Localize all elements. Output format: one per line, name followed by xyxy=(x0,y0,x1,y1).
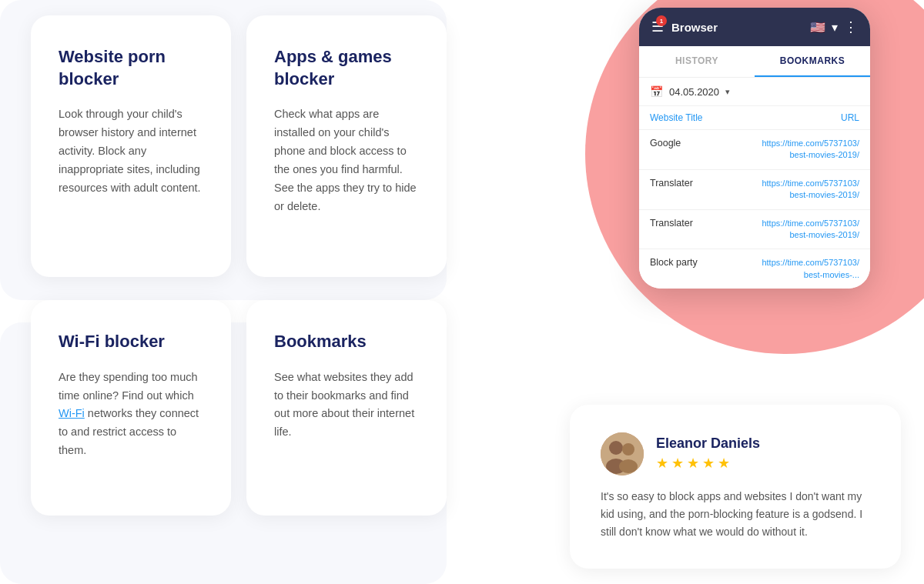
table-header: Website Title URL xyxy=(639,106,870,129)
card-wifi-description: Are they spending too much time online? … xyxy=(59,369,203,461)
card-bookmarks: Bookmarks See what websites they add to … xyxy=(246,300,447,516)
url-google: https://time.com/5737103/best-movies-201… xyxy=(745,138,859,162)
date-text: 04.05.2020 xyxy=(669,86,719,98)
page-wrapper: Website porn blocker Look through your c… xyxy=(0,0,924,584)
table-row: Translater https://time.com/5737103/best… xyxy=(639,209,870,249)
phone-header: ☰ 1 Browser 🇺🇸 ▾ ⋮ xyxy=(639,8,870,46)
phone-header-right: 🇺🇸 ▾ ⋮ xyxy=(810,18,858,35)
browser-title: Browser xyxy=(671,21,718,34)
url-translater-1: https://time.com/5737103/best-movies-201… xyxy=(745,178,859,202)
svg-point-3 xyxy=(622,443,634,456)
col-url: URL xyxy=(841,112,859,123)
tab-history[interactable]: HISTORY xyxy=(639,46,755,77)
star-3: ★ xyxy=(687,455,699,472)
dropdown-arrow-icon[interactable]: ▾ xyxy=(832,20,838,35)
table-row: Translater https://time.com/5737103/best… xyxy=(639,169,870,209)
star-4: ★ xyxy=(702,455,715,472)
card-website-title: Website porn blocker xyxy=(59,46,203,90)
calendar-icon: 📅 xyxy=(650,85,663,98)
browser-table: Website Title URL Google https://time.co… xyxy=(639,106,870,289)
review-header: Eleanor Daniels ★ ★ ★ ★ ★ xyxy=(601,432,870,476)
reviewer-name: Eleanor Daniels xyxy=(656,435,870,452)
phone-tabs: HISTORY BOOKMARKS xyxy=(639,46,870,78)
table-row: Google https://time.com/5737103/best-mov… xyxy=(639,129,870,169)
card-website-porn-blocker: Website porn blocker Look through your c… xyxy=(31,15,231,277)
card-apps-games-blocker: Apps & games blocker Check what apps are… xyxy=(246,15,447,277)
table-row: Block party https://time.com/5737103/bes… xyxy=(639,249,870,289)
card-website-description: Look through your child's browser histor… xyxy=(59,105,203,198)
url-translater-2: https://time.com/5737103/best-movies-201… xyxy=(745,218,859,242)
star-1: ★ xyxy=(656,455,668,472)
review-text: It's so easy to block apps and websites … xyxy=(601,488,870,541)
site-name-translater-2: Translater xyxy=(650,218,745,229)
svg-point-1 xyxy=(609,441,623,455)
menu-badge: 1 xyxy=(656,15,667,26)
tab-bookmarks[interactable]: BOOKMARKS xyxy=(755,46,870,77)
url-block-party: https://time.com/5737103/best-movies-... xyxy=(745,257,859,281)
card-apps-title: Apps & games blocker xyxy=(274,46,419,90)
more-options-icon[interactable]: ⋮ xyxy=(844,18,858,35)
card-bookmarks-description: See what websites they add to their book… xyxy=(274,369,419,442)
date-row: 📅 04.05.2020 ▾ xyxy=(639,78,870,106)
site-name-google: Google xyxy=(650,138,745,149)
review-card: Eleanor Daniels ★ ★ ★ ★ ★ It's so easy t… xyxy=(570,405,901,569)
svg-point-4 xyxy=(619,459,638,473)
phone-header-left: ☰ 1 Browser xyxy=(651,18,718,35)
site-name-translater-1: Translater xyxy=(650,178,745,189)
date-dropdown-icon[interactable]: ▾ xyxy=(725,87,730,97)
site-name-block-party: Block party xyxy=(650,257,745,268)
menu-icon[interactable]: ☰ 1 xyxy=(651,18,664,35)
reviewer-info: Eleanor Daniels ★ ★ ★ ★ ★ xyxy=(656,435,870,472)
card-bookmarks-title: Bookmarks xyxy=(274,331,419,353)
star-5: ★ xyxy=(718,455,730,472)
star-2: ★ xyxy=(671,455,684,472)
card-apps-description: Check what apps are installed on your ch… xyxy=(274,105,419,216)
phone-mockup-area: ☰ 1 Browser 🇺🇸 ▾ ⋮ HISTORY BOOKMARKS xyxy=(608,8,901,289)
reviewer-avatar xyxy=(601,432,644,476)
phone-mockup: ☰ 1 Browser 🇺🇸 ▾ ⋮ HISTORY BOOKMARKS xyxy=(639,8,870,289)
flag-icon: 🇺🇸 xyxy=(810,20,825,35)
wifi-link[interactable]: Wi-Fi xyxy=(59,407,85,419)
col-website-title: Website Title xyxy=(650,112,702,123)
card-wifi-blocker: Wi-Fi blocker Are they spending too much… xyxy=(31,300,231,516)
card-wifi-title: Wi-Fi blocker xyxy=(59,331,203,353)
star-rating: ★ ★ ★ ★ ★ xyxy=(656,455,870,472)
